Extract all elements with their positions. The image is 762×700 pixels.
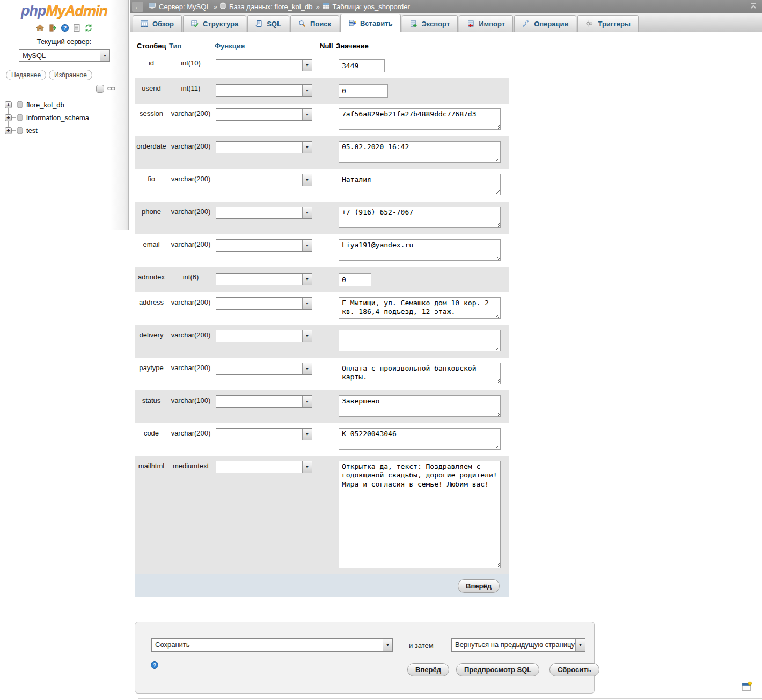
home-icon[interactable] [35, 24, 45, 32]
column-type: mediumtext [168, 456, 214, 574]
value-textarea[interactable]: Наталия [339, 174, 501, 195]
value-textarea[interactable]: 05.02.2020 16:42 [339, 141, 501, 163]
collapse-top-icon[interactable] [749, 2, 758, 11]
tree-item-information-schema[interactable]: + information_schema [0, 111, 128, 124]
null-cell [319, 456, 335, 574]
tab-operations[interactable]: Операции [514, 15, 576, 32]
table-row: adrindex int(6) ▼ [135, 267, 509, 292]
expand-icon[interactable]: + [5, 127, 12, 134]
tab-triggers[interactable]: Триггеры [577, 15, 638, 32]
logout-icon[interactable] [48, 24, 57, 32]
go-button[interactable]: Вперёд [458, 579, 500, 593]
function-select[interactable]: ▼ [216, 84, 312, 97]
null-cell [319, 202, 335, 234]
tab-structure[interactable]: Структура [183, 15, 246, 32]
null-cell [319, 234, 335, 267]
null-cell [319, 358, 335, 390]
help-icon[interactable]: ? [61, 24, 69, 32]
tab-export[interactable]: Экспорт [402, 15, 458, 32]
tab-search[interactable]: Поиск [290, 15, 339, 32]
refresh-icon[interactable] [84, 24, 93, 32]
function-select[interactable]: ▼ [216, 297, 312, 310]
tree-item-test[interactable]: + test [0, 124, 128, 137]
column-name: status [135, 390, 168, 423]
tab-insert[interactable]: Вставить [340, 14, 401, 32]
value-input[interactable] [339, 84, 388, 98]
after-insert-select[interactable]: Вернуться на предыдущую страницу ▼ [451, 638, 585, 652]
tab-browse[interactable]: Обзор [133, 15, 182, 32]
breadcrumb-table[interactable]: Таблица: yos_shoporder [322, 2, 410, 11]
value-textarea[interactable]: Завершено [339, 395, 501, 417]
value-textarea[interactable]: Г Мытищи, ул. Семашко дом 10 кор. 2 кв. … [339, 297, 501, 319]
header-column: Столбец [135, 40, 168, 53]
favorites-tab[interactable]: Избранное [49, 70, 92, 80]
column-type: varchar(200) [168, 234, 214, 267]
function-select[interactable]: ▼ [216, 239, 312, 252]
back-button[interactable]: ← [132, 2, 143, 12]
function-select[interactable]: ▼ [216, 428, 312, 440]
tab-sql[interactable]: SQL [247, 15, 289, 32]
help-icon[interactable]: ? [150, 661, 159, 671]
function-select[interactable]: ▼ [216, 59, 312, 71]
function-select[interactable]: ▼ [216, 395, 312, 408]
breadcrumb-table-label: Таблица: yos_shoporder [333, 3, 410, 11]
import-icon [467, 20, 474, 27]
value-textarea[interactable]: Открытка да, текст: Поздравляем с годовщ… [339, 461, 501, 568]
null-cell [319, 169, 335, 202]
column-type: varchar(200) [168, 202, 214, 234]
value-textarea[interactable] [339, 330, 501, 351]
tree-connector [12, 117, 16, 118]
value-input[interactable] [339, 59, 385, 72]
table-row: status varchar(100) ▼ Завершено [135, 390, 509, 423]
function-select[interactable]: ▼ [216, 207, 312, 219]
table-icon [322, 2, 330, 11]
function-select[interactable]: ▼ [216, 174, 312, 186]
chevron-down-icon: ▼ [302, 396, 312, 407]
expand-icon[interactable]: + [5, 114, 12, 121]
current-server-label: Текущий сервер: [0, 38, 128, 46]
reset-button[interactable]: Сбросить [549, 663, 599, 676]
value-textarea[interactable]: Оплата с произвольной банковской карты. [339, 363, 501, 384]
header-type[interactable]: Тип [168, 40, 214, 53]
column-name: address [135, 292, 168, 325]
breadcrumb-server[interactable]: Сервер: MySQL [148, 2, 210, 11]
function-select[interactable]: ▼ [216, 461, 312, 473]
value-textarea[interactable]: +7 (916) 652-7067 [339, 207, 501, 228]
function-select[interactable]: ▼ [216, 141, 312, 153]
chevron-down-icon: ▼ [302, 461, 312, 473]
collapse-all-icon[interactable]: − [96, 85, 104, 93]
column-name: id [135, 53, 168, 79]
header-null: Null [319, 40, 335, 53]
docs-icon[interactable] [73, 24, 80, 32]
tree-item-flore-kol-db[interactable]: + flore_kol_db [0, 98, 128, 111]
value-textarea[interactable]: К-05220043046 [339, 428, 501, 450]
expand-icon[interactable]: + [5, 101, 12, 108]
open-new-window-icon[interactable] [742, 681, 752, 693]
column-type: varchar(200) [168, 136, 214, 169]
recent-tab[interactable]: Недавнее [6, 70, 46, 80]
table-row: userid int(11) ▼ [135, 78, 509, 104]
tab-label: Импорт [479, 20, 505, 28]
function-select[interactable]: ▼ [216, 330, 312, 342]
link-icon[interactable] [107, 85, 115, 93]
function-select[interactable]: ▼ [216, 273, 312, 285]
value-textarea[interactable]: 7af56a829eb21fa27b4889ddc77687d3 [339, 108, 501, 130]
chevron-down-icon: ▼ [302, 274, 312, 285]
database-icon [16, 101, 24, 109]
phpmyadmin-logo[interactable]: phpMyAdmin [0, 0, 128, 19]
breadcrumb-database[interactable]: База данных: flore_kol_db [219, 2, 313, 11]
save-action-select[interactable]: Сохранить ▼ [151, 638, 393, 652]
function-select[interactable]: ▼ [216, 363, 312, 375]
header-function[interactable]: Функция [214, 40, 319, 53]
chevron-down-icon: ▼ [100, 50, 109, 61]
function-select[interactable]: ▼ [216, 108, 312, 121]
chevron-down-icon: ▼ [383, 639, 392, 651]
go-button[interactable]: Вперёд [407, 663, 449, 676]
preview-sql-button[interactable]: Предпросмотр SQL [456, 663, 539, 676]
value-input[interactable] [339, 273, 371, 286]
tab-label: Обзор [152, 20, 174, 28]
server-select[interactable]: MySQL ▼ [19, 49, 110, 62]
svg-text:?: ? [63, 25, 67, 31]
tab-import[interactable]: Импорт [459, 15, 513, 32]
value-textarea[interactable]: Liya191@yandex.ru [339, 239, 501, 261]
